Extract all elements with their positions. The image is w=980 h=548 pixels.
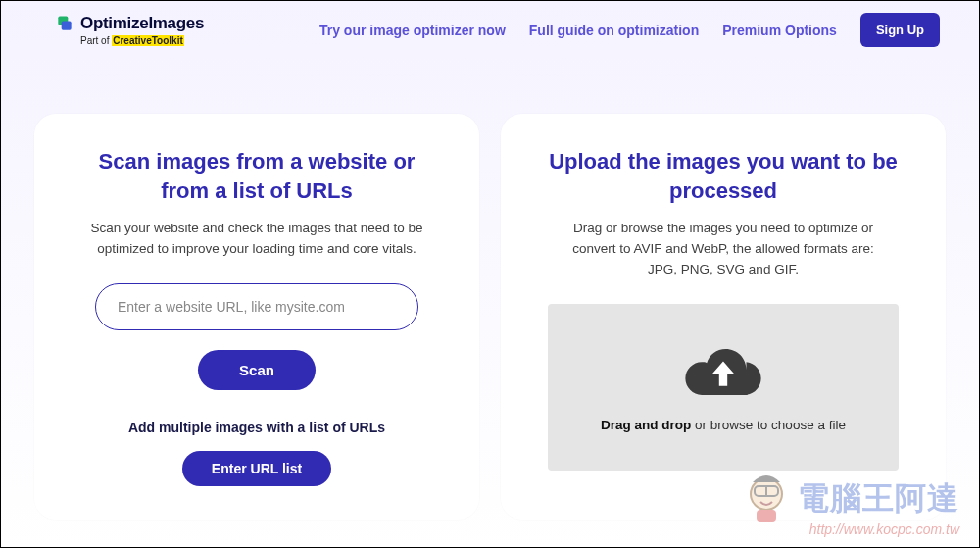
brand: OptimizeImages Part of CreativeToolkit [55,14,204,46]
upload-desc: Drag or browse the images you need to op… [557,219,890,280]
brand-name: OptimizeImages [80,14,204,33]
enter-url-list-button[interactable]: Enter URL list [182,451,331,486]
nav-link-optimizer[interactable]: Try our image optimizer now [319,23,506,38]
nav: Try our image optimizer now Full guide o… [319,13,940,47]
dropzone[interactable]: Drag and drop or browse to choose a file [548,304,899,471]
header: OptimizeImages Part of CreativeToolkit T… [1,1,979,55]
signup-button[interactable]: Sign Up [860,13,940,47]
multi-url-subhead: Add multiple images with a list of URLs [81,420,432,435]
scan-title: Scan images from a website or from a lis… [81,147,432,205]
upload-card: Upload the images you want to be process… [501,114,946,520]
cloud-upload-icon [682,343,764,404]
scan-button[interactable]: Scan [198,350,316,390]
dropzone-text: Drag and drop or browse to choose a file [601,418,846,432]
nav-link-premium[interactable]: Premium Options [722,23,837,38]
brand-tagline: Part of CreativeToolkit [80,35,204,46]
scan-card: Scan images from a website or from a lis… [34,114,479,520]
nav-link-guide[interactable]: Full guide on optimization [529,23,699,38]
logo-icon [55,14,74,33]
url-input[interactable] [95,283,418,330]
cards-row: Scan images from a website or from a lis… [1,55,979,520]
upload-title: Upload the images you want to be process… [548,147,899,205]
watermark-url: http://www.kocpc.com.tw [743,522,959,537]
scan-desc: Scan your website and check the images t… [90,219,423,260]
